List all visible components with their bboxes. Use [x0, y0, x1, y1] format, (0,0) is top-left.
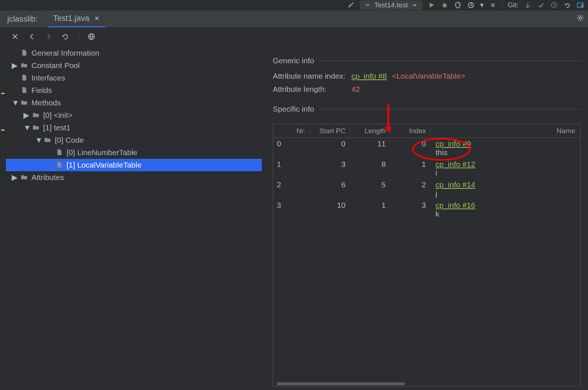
col-nr[interactable]: Nr.	[273, 127, 310, 135]
expand-icon[interactable]: ▼	[23, 123, 29, 132]
tree-row[interactable]: ▶Constant Pool	[6, 59, 262, 72]
stop-icon[interactable]	[489, 1, 497, 9]
attr-name-text: <LocalVariableTable>	[392, 72, 465, 80]
cell-length: 11	[350, 139, 390, 157]
tree-row[interactable]: Fields	[6, 84, 262, 97]
col-length[interactable]: Length	[350, 127, 390, 135]
cp-info-link[interactable]: cp_info #9	[436, 139, 471, 148]
refresh-icon[interactable]	[61, 33, 69, 41]
tree-label: Fields	[31, 86, 52, 95]
tree-label: General Information	[31, 49, 99, 57]
folder-icon	[20, 173, 29, 181]
cp-info-link[interactable]: cp_info #8	[351, 72, 387, 80]
hammer-icon[interactable]	[347, 1, 355, 9]
cp-info-link[interactable]: cp_info #16	[436, 201, 475, 209]
tree-label: Methods	[31, 98, 61, 107]
commit-icon[interactable]	[537, 1, 545, 9]
tree-row[interactable]: ▼[0] Code	[6, 134, 262, 146]
table-row[interactable]: 2652cp_info #14j	[273, 179, 580, 199]
folder-icon	[32, 124, 40, 132]
rollback-icon[interactable]	[563, 1, 571, 9]
gutter-marker	[1, 130, 5, 131]
svg-point-6	[579, 17, 581, 19]
col-index[interactable]: Index	[390, 127, 430, 135]
attr-name-row: Attribute name index: cp_info #8 <LocalV…	[273, 72, 581, 80]
table-body: 00110cp_info #9this1381cp_info #12i2652c…	[273, 138, 580, 382]
back-icon[interactable]	[28, 33, 36, 41]
tree-label: [0] <init>	[43, 111, 73, 120]
tree-row[interactable]: Interfaces	[6, 72, 262, 84]
globe-icon[interactable]	[87, 33, 95, 41]
cell-index: 2	[390, 180, 430, 198]
collapse-icon[interactable]: ▶	[12, 61, 18, 70]
run-icon[interactable]	[427, 1, 436, 9]
attr-name-label: Attribute name index:	[273, 72, 351, 80]
local-variable-table: Nr. Start PC Length Index Name 00110cp_i…	[273, 124, 581, 386]
coverage-icon[interactable]	[454, 1, 462, 9]
svg-rect-5	[581, 4, 583, 7]
cell-startpc: 10	[310, 201, 350, 218]
collapse-icon[interactable]: ▶	[12, 173, 18, 182]
horizontal-scrollbar[interactable]	[273, 382, 580, 386]
cp-info-link[interactable]: cp_info #12	[436, 160, 475, 168]
structure-tree[interactable]: General Information▶Constant PoolInterfa…	[6, 45, 262, 390]
gear-icon[interactable]	[576, 14, 584, 22]
close-icon[interactable]	[93, 14, 101, 22]
editor-tabbar: jclasslib: Test1.java	[0, 10, 588, 28]
cell-length: 1	[350, 201, 390, 218]
jclasslib-toolbar	[0, 28, 588, 45]
tree-row[interactable]: [0] LineNumberTable	[6, 146, 262, 159]
tab-test1-java[interactable]: Test1.java	[49, 10, 105, 27]
cell-index: 1	[390, 160, 430, 177]
tree-label: Constant Pool	[31, 61, 80, 70]
specific-info-title: Specific info	[273, 105, 581, 113]
col-startpc[interactable]: Start PC	[310, 127, 350, 135]
cell-name: cp_info #9this	[430, 139, 580, 157]
folder-icon	[44, 136, 52, 144]
detail-panel: Generic info Attribute name index: cp_in…	[262, 45, 588, 390]
scrollbar-thumb[interactable]	[277, 382, 405, 385]
config-icon	[363, 1, 372, 9]
tree-row[interactable]: ▼Methods	[6, 97, 262, 109]
col-name[interactable]: Name	[430, 127, 580, 135]
tree-label: [1] test1	[43, 123, 71, 132]
update-icon[interactable]	[524, 1, 532, 9]
generic-info-title: Generic info	[273, 56, 581, 65]
expand-icon[interactable]: ▼	[35, 136, 41, 145]
tree-label: [0] LineNumberTable	[67, 148, 137, 157]
tree-row[interactable]: ▶[0] <init>	[6, 109, 262, 121]
section-label: Generic info	[273, 56, 314, 65]
collapse-icon[interactable]: ▶	[23, 111, 29, 120]
cell-nr: 3	[273, 201, 310, 218]
profiler-icon[interactable]	[467, 1, 475, 9]
table-row[interactable]: 31013cp_info #16k	[273, 199, 580, 220]
tree-row[interactable]: ▼[1] test1	[6, 121, 262, 134]
divider	[502, 1, 502, 9]
cp-info-link[interactable]: cp_info #14	[436, 180, 475, 189]
attr-length-label: Attribute length:	[273, 85, 351, 94]
table-row[interactable]: 00110cp_info #9this	[273, 138, 580, 158]
variable-name: this	[436, 148, 575, 157]
forward-icon[interactable]	[45, 33, 53, 41]
folder-icon	[32, 111, 40, 119]
chevron-down-icon[interactable]: ▾	[480, 1, 484, 9]
tree-label: Attributes	[31, 173, 64, 182]
tree-label: [1] LocalVariableTable	[67, 161, 142, 169]
cell-nr: 1	[273, 160, 310, 177]
history-icon[interactable]	[550, 1, 558, 9]
tree-label: [0] Code	[55, 136, 84, 145]
tree-row[interactable]: [1] LocalVariableTable	[6, 159, 262, 171]
expand-icon[interactable]: ▼	[12, 98, 18, 107]
cell-startpc: 6	[310, 180, 350, 198]
close-icon[interactable]	[11, 33, 19, 41]
run-config-selector[interactable]: Test14.test	[360, 0, 423, 10]
file-icon	[20, 49, 29, 57]
tree-row[interactable]: General Information	[6, 47, 262, 59]
folder-icon	[20, 99, 29, 107]
debug-icon[interactable]	[441, 1, 449, 9]
gutter-strip	[0, 45, 6, 390]
table-row[interactable]: 1381cp_info #12i	[273, 158, 580, 179]
tree-row[interactable]: ▶Attributes	[6, 171, 262, 184]
tool-window-icon[interactable]	[576, 1, 584, 9]
run-config-label: Test14.test	[374, 1, 408, 9]
